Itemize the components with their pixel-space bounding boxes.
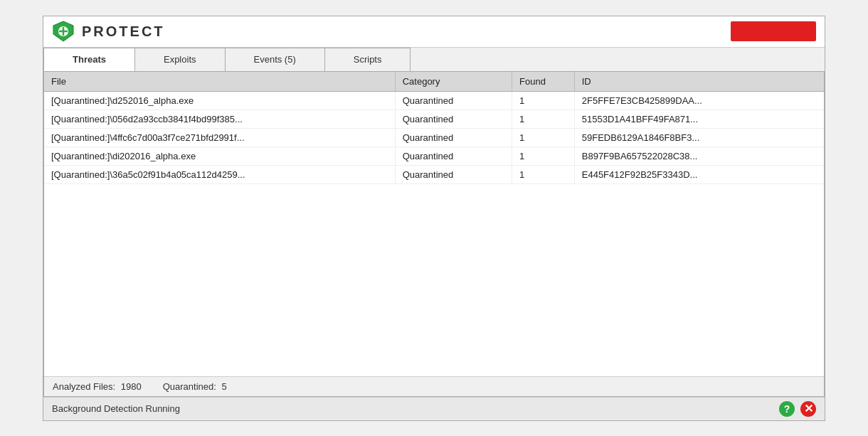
status-text: Background Detection Running	[52, 403, 180, 414]
cell-id: 51553D1A41BFF49FA871...	[574, 110, 824, 128]
title-bar-left: PROTECT	[52, 20, 165, 43]
cell-category: Quarantined	[395, 128, 512, 147]
analyzed-files-label: Analyzed Files: 1980	[53, 381, 142, 392]
cell-found: 1	[512, 147, 575, 165]
app-title: PROTECT	[82, 23, 165, 40]
table-row[interactable]: [Quarantined:]\d252016_alpha.exeQuaranti…	[44, 91, 824, 110]
cell-file: [Quarantined:]\056d2a93ccb3841f4bd99f385…	[44, 110, 395, 128]
table-wrapper: File Category Found ID [Quarantined:]\d2…	[44, 72, 824, 376]
cell-category: Quarantined	[395, 91, 512, 110]
tab-threats[interactable]: Threats	[43, 48, 135, 71]
table-row[interactable]: [Quarantined:]\36a5c02f91b4a05ca112d4259…	[44, 165, 824, 184]
cell-file: [Quarantined:]\36a5c02f91b4a05ca112d4259…	[44, 165, 395, 184]
cell-id: E445F412F92B25F3343D...	[574, 165, 824, 184]
cell-found: 1	[512, 110, 575, 128]
status-bar: Analyzed Files: 1980 Quarantined: 5	[44, 376, 824, 396]
cell-id: B897F9BA657522028C38...	[574, 147, 824, 165]
table-row[interactable]: [Quarantined:]\4ffc6c7d00a3f7ce271bfd299…	[44, 128, 824, 147]
tabs-bar: Threats Exploits Events (5) Scripts	[43, 48, 825, 72]
col-header-category: Category	[395, 72, 512, 92]
title-bar: PROTECT	[43, 16, 825, 48]
cell-file: [Quarantined:]\d252016_alpha.exe	[44, 91, 395, 110]
title-bar-right-button[interactable]	[731, 21, 816, 41]
bottom-bar: Background Detection Running ? ✕	[43, 397, 825, 420]
quarantined-label: Quarantined: 5	[163, 381, 227, 392]
cell-id: 59FEDB6129A1846F8BF3...	[574, 128, 824, 147]
cell-file: [Quarantined:]\4ffc6c7d00a3f7ce271bfd299…	[44, 128, 395, 147]
cell-found: 1	[512, 91, 575, 110]
table-header-row: File Category Found ID	[44, 72, 824, 92]
close-button[interactable]: ✕	[800, 401, 816, 417]
cell-category: Quarantined	[395, 165, 512, 184]
col-header-found: Found	[512, 72, 575, 92]
col-header-id: ID	[574, 72, 824, 92]
protect-logo-icon	[52, 20, 75, 43]
help-button[interactable]: ?	[779, 401, 795, 417]
main-window: PROTECT Threats Exploits Events (5) Scri…	[43, 16, 825, 421]
tab-exploits[interactable]: Exploits	[134, 48, 226, 71]
table-row[interactable]: [Quarantined:]\056d2a93ccb3841f4bd99f385…	[44, 110, 824, 128]
tab-events[interactable]: Events (5)	[225, 48, 325, 71]
cell-category: Quarantined	[395, 110, 512, 128]
table-row[interactable]: [Quarantined:]\di202016_alpha.exeQuarant…	[44, 147, 824, 165]
tab-scripts[interactable]: Scripts	[324, 48, 411, 71]
cell-category: Quarantined	[395, 147, 512, 165]
content-area: File Category Found ID [Quarantined:]\d2…	[43, 72, 825, 397]
cell-file: [Quarantined:]\di202016_alpha.exe	[44, 147, 395, 165]
threats-table: File Category Found ID [Quarantined:]\d2…	[44, 72, 824, 184]
cell-id: 2F5FFE7E3CB425899DAA...	[574, 91, 824, 110]
bottom-bar-right: ? ✕	[779, 401, 816, 417]
cell-found: 1	[512, 165, 575, 184]
col-header-file: File	[44, 72, 395, 92]
cell-found: 1	[512, 128, 575, 147]
